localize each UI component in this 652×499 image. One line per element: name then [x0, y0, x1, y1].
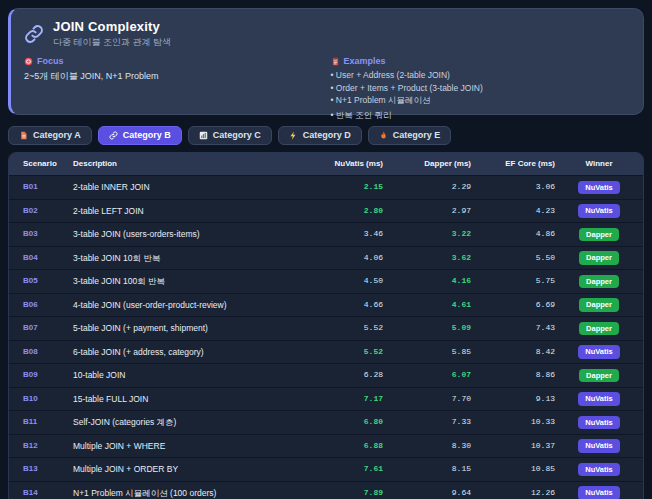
- dapper-value: 2.97: [383, 199, 471, 223]
- page: JOIN Complexity 다중 테이블 조인과 관계 탐색 Focus 2…: [0, 0, 652, 499]
- scenario-id: B09: [9, 364, 73, 388]
- flame-icon: [379, 131, 388, 140]
- winner-badge: NuVatis: [578, 416, 620, 430]
- example-item: Order + Items + Product (3-table JOIN): [331, 83, 628, 93]
- winner-badge: Dapper: [579, 275, 619, 289]
- tab-category-c[interactable]: Category C: [188, 126, 272, 145]
- examples-block: Examples User + Address (2-table JOIN) O…: [331, 56, 628, 124]
- dapper-value: 8.15: [383, 458, 471, 482]
- header-card: JOIN Complexity 다중 테이블 조인과 관계 탐색 Focus 2…: [8, 8, 644, 115]
- chart-icon: [199, 131, 208, 140]
- winner-badge: NuVatis: [578, 204, 620, 218]
- column-header-description: Description: [73, 153, 293, 176]
- winner-badge: NuVatis: [578, 345, 620, 359]
- example-item: 반복 조인 쿼리: [331, 110, 628, 122]
- efcore-value: 8.86: [471, 364, 555, 388]
- scenario-description: 3-table JOIN 10회 반복: [73, 246, 293, 270]
- table-row: B13 Multiple JOIN + ORDER BY 7.61 8.15 1…: [9, 458, 643, 482]
- efcore-value: 10.37: [471, 434, 555, 458]
- scenario-description: N+1 Problem 시뮬레이션 (100 orders): [73, 481, 293, 499]
- efcore-value: 4.23: [471, 199, 555, 223]
- dapper-value: 5.85: [383, 340, 471, 364]
- scenario-description: Self-JOIN (categories 계층): [73, 411, 293, 435]
- table-row: B10 15-table FULL JOIN 7.17 7.70 9.13 Nu…: [9, 387, 643, 411]
- winner-badge: NuVatis: [578, 439, 620, 453]
- efcore-value: 5.50: [471, 246, 555, 270]
- scenario-description: 5-table JOIN (+ payment, shipment): [73, 317, 293, 341]
- examples-list: User + Address (2-table JOIN) Order + It…: [331, 70, 628, 122]
- scenario-id: B12: [9, 434, 73, 458]
- table-row: B11 Self-JOIN (categories 계층) 6.80 7.33 …: [9, 411, 643, 435]
- tab-label: Category C: [213, 131, 261, 140]
- dapper-value: 2.29: [383, 176, 471, 200]
- example-item: User + Address (2-table JOIN): [331, 70, 628, 80]
- table-row: B05 3-table JOIN 100회 반복 4.50 4.16 5.75 …: [9, 270, 643, 294]
- efcore-value: 6.69: [471, 293, 555, 317]
- tab-label: Category E: [393, 131, 441, 140]
- dapper-value: 6.07: [383, 364, 471, 388]
- winner-badge: NuVatis: [578, 392, 620, 406]
- clipboard-icon: [331, 57, 340, 66]
- tab-category-d[interactable]: Category D: [278, 126, 362, 145]
- scenario-id: B01: [9, 176, 73, 200]
- column-header-nuvatis: NuVatis (ms): [293, 153, 383, 176]
- scenario-description: 3-table JOIN (users-orders-items): [73, 223, 293, 247]
- dapper-value: 7.33: [383, 411, 471, 435]
- efcore-value: 12.26: [471, 481, 555, 499]
- table-row: B06 4-table JOIN (user-order-product-rev…: [9, 293, 643, 317]
- nuvatis-value: 5.52: [293, 317, 383, 341]
- scenario-id: B13: [9, 458, 73, 482]
- scenario-description: 10-table JOIN: [73, 364, 293, 388]
- nuvatis-value: 4.50: [293, 270, 383, 294]
- scenario-id: B03: [9, 223, 73, 247]
- efcore-value: 3.06: [471, 176, 555, 200]
- scenario-description: Multiple JOIN + ORDER BY: [73, 458, 293, 482]
- focus-label: Focus: [37, 56, 64, 66]
- column-header-efcore: EF Core (ms): [471, 153, 555, 176]
- nuvatis-value: 4.06: [293, 246, 383, 270]
- winner-badge: NuVatis: [578, 181, 620, 195]
- table-row: B09 10-table JOIN 6.28 6.07 8.86 Dapper: [9, 364, 643, 388]
- nuvatis-value: 2.80: [293, 199, 383, 223]
- efcore-value: 7.43: [471, 317, 555, 341]
- table-row: B01 2-table INNER JOIN 2.15 2.29 3.06 Nu…: [9, 176, 643, 200]
- nuvatis-value: 7.89: [293, 481, 383, 499]
- scenario-description: 6-table JOIN (+ address, category): [73, 340, 293, 364]
- winner-badge: NuVatis: [578, 486, 620, 499]
- table-row: B04 3-table JOIN 10회 반복 4.06 3.62 5.50 D…: [9, 246, 643, 270]
- dapper-value: 4.16: [383, 270, 471, 294]
- example-item: N+1 Problem 시뮬레이션: [331, 95, 628, 107]
- results-table: Scenario Description NuVatis (ms) Dapper…: [9, 153, 643, 499]
- scenario-id: B10: [9, 387, 73, 411]
- dapper-value: 4.61: [383, 293, 471, 317]
- scenario-id: B02: [9, 199, 73, 223]
- efcore-value: 9.13: [471, 387, 555, 411]
- scenario-id: B06: [9, 293, 73, 317]
- dapper-value: 8.30: [383, 434, 471, 458]
- scenario-id: B14: [9, 481, 73, 499]
- nuvatis-value: 6.28: [293, 364, 383, 388]
- tab-category-e[interactable]: Category E: [368, 126, 452, 145]
- tab-label: Category B: [123, 131, 171, 140]
- winner-badge: Dapper: [579, 298, 619, 312]
- tab-category-b[interactable]: Category B: [98, 126, 182, 145]
- table-row: B02 2-table LEFT JOIN 2.80 2.97 4.23 NuV…: [9, 199, 643, 223]
- bolt-icon: [289, 131, 298, 140]
- focus-block: Focus 2~5개 테이블 JOIN, N+1 Problem: [24, 56, 321, 124]
- tab-category-a[interactable]: Category A: [8, 126, 92, 145]
- efcore-value: 5.75: [471, 270, 555, 294]
- column-header-dapper: Dapper (ms): [383, 153, 471, 176]
- category-tabs: Category A Category B Category C Categor…: [8, 126, 644, 145]
- target-icon: [24, 57, 33, 66]
- dapper-value: 5.09: [383, 317, 471, 341]
- winner-badge: Dapper: [579, 251, 619, 265]
- page-title: JOIN Complexity: [53, 19, 171, 34]
- scenario-id: B07: [9, 317, 73, 341]
- winner-badge: Dapper: [579, 322, 619, 336]
- column-header-winner: Winner: [555, 153, 643, 176]
- examples-label: Examples: [344, 56, 386, 66]
- scenario-description: 4-table JOIN (user-order-product-review): [73, 293, 293, 317]
- scenario-description: 2-table INNER JOIN: [73, 176, 293, 200]
- table-row: B08 6-table JOIN (+ address, category) 5…: [9, 340, 643, 364]
- tab-label: Category A: [33, 131, 81, 140]
